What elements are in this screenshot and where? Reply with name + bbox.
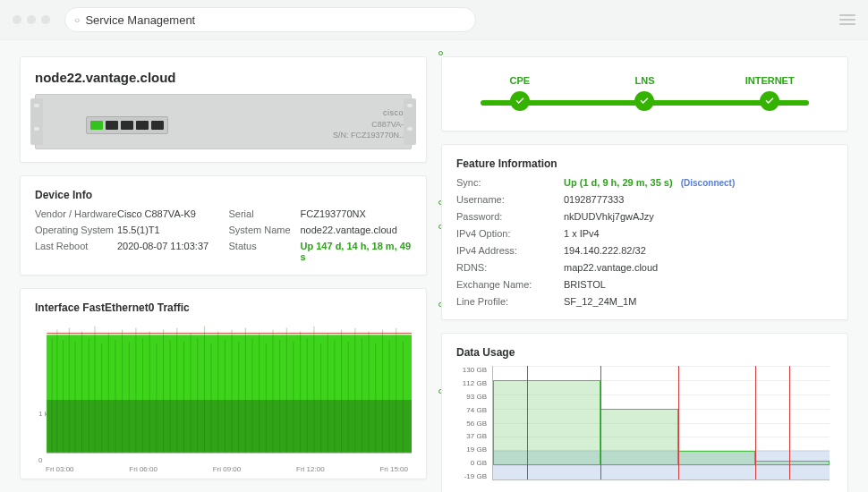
port-3 [136,121,149,130]
label: Username: [456,194,564,205]
value: 194.140.222.82/32 [564,245,833,256]
conn-step-lns: LNS [583,75,707,111]
label: Exchange Name: [456,279,564,290]
conn-step-internet: INTERNET [708,75,831,111]
hostname: node22.vantage.cloud [35,70,412,85]
label: Last Reboot [35,241,117,262]
device-image: cisco C887VA- S/N: FCZ193770N.. [35,94,412,149]
label: Line Profile: [456,296,564,307]
device-info-title: Device Info [35,189,412,201]
window-controls [13,15,50,24]
feature-info-title: Feature Information [456,157,833,170]
value: Cisco C887VA-K9 [117,208,229,219]
label: Password: [456,211,564,222]
data-usage-chart: 130 GB 112 GB 93 GB 74 GB 56 GB 37 GB 19… [456,366,833,480]
label: RDNS: [456,262,564,273]
data-usage-card: Data Usage 130 GB 112 GB 93 GB 74 GB 56 … [441,333,848,492]
check-icon [760,91,779,111]
check-icon [634,91,654,111]
label: IPv4 Address: [456,245,564,256]
menu-icon[interactable] [839,12,855,28]
max-dot[interactable] [41,15,50,24]
check-icon [510,91,530,111]
traffic-card: Interface FastEthernet0 Traffic 1 k 0 [20,288,427,479]
connectivity-card: CPE LNS INTERNET [441,56,848,131]
min-dot[interactable] [27,15,36,24]
value: 01928777333 [564,194,833,205]
data-usage-title: Data Usage [456,346,833,359]
value: 2020-08-07 11:03:37 [117,241,229,262]
address-bar[interactable]: ‹ › Service Management [64,7,476,32]
port-0 [90,121,103,130]
traffic-chart: 1 k 0 [35,321,412,473]
value: nkDUDVhkj7gwAJzy [564,211,833,222]
label: System Name [229,225,301,235]
du-y-axis: 130 GB 112 GB 93 GB 74 GB 56 GB 37 GB 19… [456,366,487,480]
device-card: node22.vantage.cloud cisco C887VA- S/N: … [20,56,427,163]
device-model-label: cisco C887VA- S/N: FCZ193770N.. [333,107,404,141]
value: 1 x IPv4 [564,228,833,239]
label: IPv4 Option: [456,228,564,239]
label: Operating System [35,225,117,235]
value: BRISTOL [564,279,833,290]
label: Sync: [456,177,564,188]
conn-step-cpe: CPE [458,75,582,111]
device-info-card: Device Info Vendor / Hardware Cisco C887… [20,175,427,276]
value: map22.vantage.cloud [564,262,833,273]
close-dot[interactable] [13,15,21,24]
ethernet-ports [86,116,168,134]
feature-info-card: Feature Information Sync: Up (1 d, 9 h, … [441,144,848,320]
traffic-title: Interface FastEthernet0 Traffic [35,301,412,314]
value: 15.5(1)T1 [117,225,229,235]
disconnect-link[interactable]: (Disconnect) [681,178,736,188]
port-1 [106,121,118,130]
label: Status [229,241,301,262]
traffic-x-labels: Fri 03:00 Fri 06:00 Fri 09:00 Fri 12:00 … [46,465,408,473]
port-4 [151,121,164,130]
port-2 [121,121,133,130]
status-value: Up 147 d, 14 h, 18 m, 49 s [301,241,413,262]
sync-value: Up (1 d, 9 h, 29 m, 35 s) (Disconnect) [564,177,833,188]
page-title: Service Management [85,13,195,27]
value: SF_12_24M_1M [564,296,833,307]
label: Serial [229,208,301,219]
window-titlebar: ‹ › Service Management [0,0,868,40]
value: node22.vantage.cloud [301,225,413,235]
label: Vendor / Hardware [35,208,117,219]
nav-arrows-icon[interactable]: ‹ › [74,14,78,25]
value: FCZ193770NX [301,208,413,219]
